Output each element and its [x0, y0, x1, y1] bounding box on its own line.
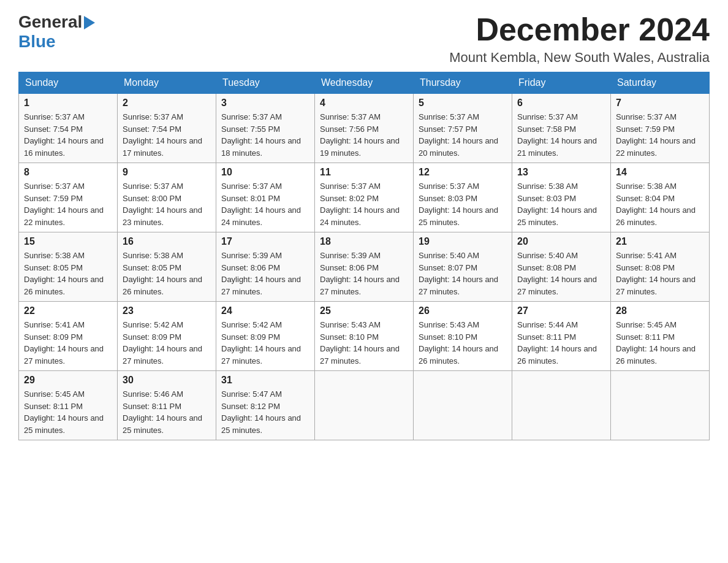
- logo: General Blue: [18, 12, 95, 52]
- calendar-week-row: 8Sunrise: 5:37 AMSunset: 7:59 PMDaylight…: [19, 163, 710, 232]
- title-section: December 2024 Mount Kembla, New South Wa…: [449, 12, 710, 66]
- table-row: 29Sunrise: 5:45 AMSunset: 8:11 PMDayligh…: [19, 371, 118, 440]
- day-info: Sunrise: 5:40 AMSunset: 8:07 PMDaylight:…: [419, 250, 507, 297]
- table-row: 11Sunrise: 5:37 AMSunset: 8:02 PMDayligh…: [315, 163, 414, 232]
- day-info: Sunrise: 5:41 AMSunset: 8:08 PMDaylight:…: [616, 250, 704, 297]
- day-info: Sunrise: 5:37 AMSunset: 7:59 PMDaylight:…: [24, 180, 112, 228]
- table-row: 20Sunrise: 5:40 AMSunset: 8:08 PMDayligh…: [512, 232, 611, 302]
- table-row: 19Sunrise: 5:40 AMSunset: 8:07 PMDayligh…: [414, 232, 512, 302]
- day-number: 4: [320, 98, 408, 109]
- day-info: Sunrise: 5:39 AMSunset: 8:06 PMDaylight:…: [221, 250, 309, 297]
- day-info: Sunrise: 5:44 AMSunset: 8:11 PMDaylight:…: [517, 319, 605, 367]
- col-wednesday: Wednesday: [315, 72, 414, 94]
- day-number: 10: [221, 167, 309, 178]
- day-info: Sunrise: 5:38 AMSunset: 8:05 PMDaylight:…: [24, 250, 112, 297]
- table-row: 17Sunrise: 5:39 AMSunset: 8:06 PMDayligh…: [216, 232, 315, 302]
- table-row: 24Sunrise: 5:42 AMSunset: 8:09 PMDayligh…: [216, 302, 315, 371]
- table-row: 4Sunrise: 5:37 AMSunset: 7:56 PMDaylight…: [315, 94, 414, 163]
- day-info: Sunrise: 5:39 AMSunset: 8:06 PMDaylight:…: [320, 250, 408, 297]
- logo-blue-text: Blue: [18, 32, 56, 51]
- day-info: Sunrise: 5:37 AMSunset: 8:03 PMDaylight:…: [419, 180, 507, 228]
- day-number: 21: [616, 236, 704, 247]
- table-row: [315, 371, 414, 440]
- day-number: 6: [517, 98, 605, 109]
- page-header: General Blue December 2024 Mount Kembla,…: [18, 12, 710, 66]
- table-row: 22Sunrise: 5:41 AMSunset: 8:09 PMDayligh…: [19, 302, 118, 371]
- logo-arrow-icon: [84, 16, 95, 29]
- col-tuesday: Tuesday: [216, 72, 315, 94]
- day-info: Sunrise: 5:38 AMSunset: 8:05 PMDaylight:…: [123, 250, 211, 297]
- day-number: 18: [320, 236, 408, 247]
- day-number: 7: [616, 98, 704, 109]
- day-number: 15: [24, 236, 112, 247]
- day-info: Sunrise: 5:43 AMSunset: 8:10 PMDaylight:…: [320, 319, 408, 367]
- table-row: 16Sunrise: 5:38 AMSunset: 8:05 PMDayligh…: [118, 232, 216, 302]
- day-info: Sunrise: 5:37 AMSunset: 7:54 PMDaylight:…: [24, 111, 112, 159]
- day-info: Sunrise: 5:47 AMSunset: 8:12 PMDaylight:…: [221, 388, 309, 436]
- day-number: 12: [419, 167, 507, 178]
- table-row: 15Sunrise: 5:38 AMSunset: 8:05 PMDayligh…: [19, 232, 118, 302]
- table-row: 9Sunrise: 5:37 AMSunset: 8:00 PMDaylight…: [118, 163, 216, 232]
- table-row: 12Sunrise: 5:37 AMSunset: 8:03 PMDayligh…: [414, 163, 512, 232]
- day-number: 19: [419, 236, 507, 247]
- table-row: 8Sunrise: 5:37 AMSunset: 7:59 PMDaylight…: [19, 163, 118, 232]
- calendar-header-row: Sunday Monday Tuesday Wednesday Thursday…: [19, 72, 710, 94]
- table-row: 5Sunrise: 5:37 AMSunset: 7:57 PMDaylight…: [414, 94, 512, 163]
- table-row: 25Sunrise: 5:43 AMSunset: 8:10 PMDayligh…: [315, 302, 414, 371]
- day-info: Sunrise: 5:43 AMSunset: 8:10 PMDaylight:…: [419, 319, 507, 367]
- table-row: 3Sunrise: 5:37 AMSunset: 7:55 PMDaylight…: [216, 94, 315, 163]
- table-row: 10Sunrise: 5:37 AMSunset: 8:01 PMDayligh…: [216, 163, 315, 232]
- table-row: 18Sunrise: 5:39 AMSunset: 8:06 PMDayligh…: [315, 232, 414, 302]
- table-row: 6Sunrise: 5:37 AMSunset: 7:58 PMDaylight…: [512, 94, 611, 163]
- day-info: Sunrise: 5:45 AMSunset: 8:11 PMDaylight:…: [616, 319, 704, 367]
- calendar-week-row: 29Sunrise: 5:45 AMSunset: 8:11 PMDayligh…: [19, 371, 710, 440]
- table-row: 1Sunrise: 5:37 AMSunset: 7:54 PMDaylight…: [19, 94, 118, 163]
- calendar-week-row: 1Sunrise: 5:37 AMSunset: 7:54 PMDaylight…: [19, 94, 710, 163]
- table-row: 28Sunrise: 5:45 AMSunset: 8:11 PMDayligh…: [611, 302, 710, 371]
- day-info: Sunrise: 5:38 AMSunset: 8:03 PMDaylight:…: [517, 180, 605, 228]
- table-row: 14Sunrise: 5:38 AMSunset: 8:04 PMDayligh…: [611, 163, 710, 232]
- table-row: 26Sunrise: 5:43 AMSunset: 8:10 PMDayligh…: [414, 302, 512, 371]
- table-row: 2Sunrise: 5:37 AMSunset: 7:54 PMDaylight…: [118, 94, 216, 163]
- col-friday: Friday: [512, 72, 611, 94]
- day-info: Sunrise: 5:42 AMSunset: 8:09 PMDaylight:…: [221, 319, 309, 367]
- day-info: Sunrise: 5:37 AMSunset: 7:57 PMDaylight:…: [419, 111, 507, 159]
- col-saturday: Saturday: [611, 72, 710, 94]
- calendar-week-row: 15Sunrise: 5:38 AMSunset: 8:05 PMDayligh…: [19, 232, 710, 302]
- day-number: 3: [221, 98, 309, 109]
- day-number: 22: [24, 305, 112, 316]
- day-info: Sunrise: 5:37 AMSunset: 7:56 PMDaylight:…: [320, 111, 408, 159]
- day-info: Sunrise: 5:40 AMSunset: 8:08 PMDaylight:…: [517, 250, 605, 297]
- col-thursday: Thursday: [414, 72, 512, 94]
- table-row: [611, 371, 710, 440]
- day-number: 23: [123, 305, 211, 316]
- svg-marker-0: [84, 16, 95, 29]
- day-number: 25: [320, 305, 408, 316]
- day-number: 31: [221, 375, 309, 386]
- table-row: 21Sunrise: 5:41 AMSunset: 8:08 PMDayligh…: [611, 232, 710, 302]
- day-info: Sunrise: 5:37 AMSunset: 8:00 PMDaylight:…: [123, 180, 211, 228]
- logo-general-text: General: [18, 12, 82, 32]
- day-info: Sunrise: 5:37 AMSunset: 7:58 PMDaylight:…: [517, 111, 605, 159]
- day-number: 5: [419, 98, 507, 109]
- table-row: [512, 371, 611, 440]
- month-title: December 2024: [449, 12, 710, 47]
- day-info: Sunrise: 5:46 AMSunset: 8:11 PMDaylight:…: [123, 388, 211, 436]
- day-number: 16: [123, 236, 211, 247]
- day-number: 26: [419, 305, 507, 316]
- day-info: Sunrise: 5:41 AMSunset: 8:09 PMDaylight:…: [24, 319, 112, 367]
- location-title: Mount Kembla, New South Wales, Australia: [449, 50, 710, 66]
- day-number: 11: [320, 167, 408, 178]
- table-row: 13Sunrise: 5:38 AMSunset: 8:03 PMDayligh…: [512, 163, 611, 232]
- day-number: 9: [123, 167, 211, 178]
- day-info: Sunrise: 5:38 AMSunset: 8:04 PMDaylight:…: [616, 180, 704, 228]
- day-info: Sunrise: 5:42 AMSunset: 8:09 PMDaylight:…: [123, 319, 211, 367]
- day-number: 20: [517, 236, 605, 247]
- day-info: Sunrise: 5:37 AMSunset: 8:01 PMDaylight:…: [221, 180, 309, 228]
- day-number: 27: [517, 305, 605, 316]
- day-info: Sunrise: 5:45 AMSunset: 8:11 PMDaylight:…: [24, 388, 112, 436]
- day-number: 29: [24, 375, 112, 386]
- table-row: [414, 371, 512, 440]
- table-row: 30Sunrise: 5:46 AMSunset: 8:11 PMDayligh…: [118, 371, 216, 440]
- table-row: 27Sunrise: 5:44 AMSunset: 8:11 PMDayligh…: [512, 302, 611, 371]
